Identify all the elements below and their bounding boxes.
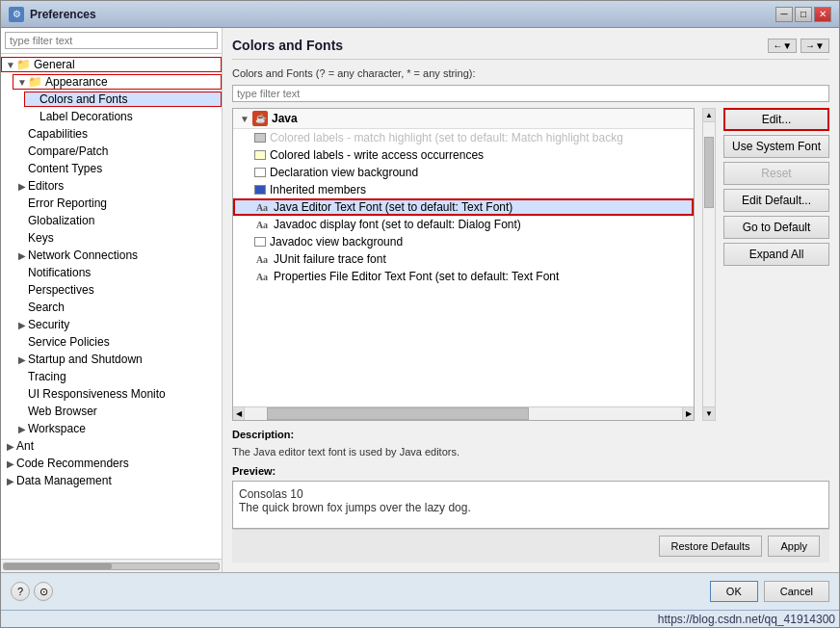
font-item-6[interactable]: Javadoc view background — [233, 233, 694, 250]
sidebar-item-editors[interactable]: ▶ Editors — [13, 177, 222, 195]
hscroll-bar[interactable]: ◀ ▶ — [233, 406, 694, 420]
help2-button[interactable]: ⊙ — [34, 582, 53, 601]
sidebar-label-data-management: Data Management — [16, 474, 112, 487]
content-title: Colors and Fonts — [232, 38, 768, 53]
sidebar-item-ui-responsiveness[interactable]: ▶ UI Responsiveness Monito — [13, 385, 222, 403]
sidebar-label-workspace: Workspace — [28, 422, 86, 435]
restore-defaults-button[interactable]: Restore Defaults — [659, 536, 763, 557]
edit-button[interactable]: Edit... — [723, 108, 829, 131]
java-icon: ☕ — [252, 111, 268, 126]
cancel-button[interactable]: Cancel — [764, 581, 829, 602]
font-item-8[interactable]: Aa Properties File Editor Text Font (set… — [233, 268, 694, 285]
expand-icon-appearance: ▼ — [16, 76, 28, 88]
sidebar-item-globalization[interactable]: ▶ Globalization — [13, 212, 222, 229]
sidebar-item-content-types[interactable]: ▶ Content Types — [13, 160, 222, 177]
sidebar-label-content-types: Content Types — [28, 162, 102, 175]
sidebar-item-ant[interactable]: ▶ Ant — [1, 437, 222, 455]
sidebar-filter-box — [1, 28, 222, 54]
font-item-5[interactable]: Aa Javadoc display font (set to default:… — [233, 216, 694, 233]
font-item-label-6: Javadoc view background — [270, 235, 403, 249]
font-item-1[interactable]: Colored labels - write access occurrence… — [233, 146, 694, 164]
description-section: Description: The Java editor text font i… — [232, 429, 829, 459]
sidebar-label-ui-responsiveness: UI Responsiveness Monito — [28, 387, 166, 401]
section-description: Colors and Fonts (? = any character, * =… — [232, 67, 829, 79]
sidebar-item-startup-shutdown[interactable]: ▶ Startup and Shutdown — [13, 351, 222, 368]
sidebar-item-label-decorations[interactable]: ▶ Label Decorations — [24, 108, 222, 125]
apply-button[interactable]: Apply — [768, 536, 820, 557]
panels-row: ▼ ☕ Java Colored labels - match highligh… — [232, 108, 829, 421]
sidebar-hscroll — [1, 559, 222, 572]
sidebar-item-error-reporting[interactable]: ▶ Error Reporting — [13, 195, 222, 212]
sidebar-item-search[interactable]: ▶ Search — [13, 299, 222, 316]
ok-button[interactable]: OK — [710, 581, 758, 602]
sidebar-label-tracing: Tracing — [28, 370, 66, 383]
sidebar-item-service-policies[interactable]: ▶ Service Policies — [13, 333, 222, 351]
expand-icon-editors: ▶ — [16, 180, 28, 192]
font-item-label-0: Colored labels - match highlight (set to… — [270, 131, 623, 144]
dialog-help-buttons: ? ⊙ — [11, 582, 53, 601]
font-item-2[interactable]: Declaration view background — [233, 164, 694, 181]
use-system-font-button[interactable]: Use System Font — [723, 135, 829, 158]
font-item-label-5: Javadoc display font (set to default: Di… — [274, 218, 521, 231]
sidebar-tree: ▼ 📁 General ▼ 📁 Appearance ▶ — [1, 54, 222, 559]
sidebar-label-editors: Editors — [28, 179, 64, 193]
expand-icon-data-mgmt: ▶ — [5, 475, 16, 486]
sidebar-label-general: General — [34, 58, 75, 71]
forward-button[interactable]: →▼ — [801, 39, 829, 53]
sidebar-item-network-connections[interactable]: ▶ Network Connections — [13, 247, 222, 264]
color-icon-6 — [254, 237, 266, 247]
font-item-3[interactable]: Inherited members — [233, 181, 694, 198]
sidebar-item-perspectives[interactable]: ▶ Perspectives — [13, 281, 222, 299]
expand-icon-general: ▼ — [5, 59, 16, 70]
reset-button[interactable]: Reset — [723, 162, 829, 185]
sidebar-item-code-recommenders[interactable]: ▶ Code Recommenders — [1, 455, 222, 472]
expand-icon-ant: ▶ — [5, 440, 16, 452]
sidebar-label-perspectives: Perspectives — [28, 283, 94, 297]
sidebar-label-security: Security — [28, 318, 69, 331]
back-button[interactable]: ←▼ — [768, 39, 797, 53]
edit-default-button[interactable]: Edit Default... — [723, 189, 829, 212]
font-item-java-editor-text-font[interactable]: Aa Java Editor Text Font (set to default… — [233, 198, 694, 216]
sidebar-item-capabilities[interactable]: ▶ Capabilities — [13, 125, 222, 143]
sidebar-label-web-browser: Web Browser — [28, 405, 97, 418]
expand-all-button[interactable]: Expand All — [723, 243, 829, 266]
font-item-0[interactable]: Colored labels - match highlight (set to… — [233, 129, 694, 146]
sidebar-item-colors-fonts[interactable]: ▶ Colors and Fonts — [24, 91, 222, 108]
sidebar-item-general[interactable]: ▼ 📁 General — [1, 56, 222, 73]
expand-icon-startup: ▶ — [16, 353, 28, 365]
sidebar-label-network-connections: Network Connections — [28, 249, 138, 262]
sidebar-item-appearance[interactable]: ▼ 📁 Appearance — [13, 73, 222, 91]
font-item-7[interactable]: Aa JUnit failure trace font — [233, 250, 694, 268]
sidebar-item-compare-patch[interactable]: ▶ Compare/Patch — [13, 143, 222, 160]
sidebar-filter-input[interactable] — [5, 32, 218, 49]
expand-icon-java: ▼ — [239, 113, 250, 124]
aa-icon-4: Aa — [254, 200, 270, 214]
aa-icon-7: Aa — [254, 252, 270, 266]
preferences-window: ⚙ Preferences ─ □ ✕ ▼ 📁 General — [0, 0, 840, 628]
maximize-button[interactable]: □ — [795, 7, 812, 22]
sidebar-label-code-recommenders: Code Recommenders — [16, 457, 129, 470]
vscroll-bar[interactable]: ▲ ▼ — [702, 108, 716, 421]
sidebar-item-keys[interactable]: ▶ Keys — [13, 229, 222, 247]
sidebar-item-tracing[interactable]: ▶ Tracing — [13, 368, 222, 385]
go-to-default-button[interactable]: Go to Default — [723, 216, 829, 239]
sidebar-label-ant: Ant — [16, 439, 34, 453]
title-bar: ⚙ Preferences ─ □ ✕ — [1, 1, 839, 28]
content-filter-row — [232, 85, 829, 102]
sidebar-item-data-management[interactable]: ▶ Data Management — [1, 472, 222, 489]
content-filter-input[interactable] — [232, 85, 829, 102]
close-button[interactable]: ✕ — [814, 7, 831, 22]
minimize-button[interactable]: ─ — [775, 7, 793, 22]
sidebar-item-workspace[interactable]: ▶ Workspace — [13, 420, 222, 437]
help-button[interactable]: ? — [11, 582, 30, 601]
preview-line-2: The quick brown fox jumps over the lazy … — [239, 501, 823, 514]
sidebar-item-security[interactable]: ▶ Security — [13, 316, 222, 333]
sidebar-item-notifications[interactable]: ▶ Notifications — [13, 264, 222, 281]
color-icon-1 — [254, 150, 266, 160]
java-group-header[interactable]: ▼ ☕ Java — [233, 109, 694, 129]
color-icon-2 — [254, 168, 266, 177]
sidebar-item-web-browser[interactable]: ▶ Web Browser — [13, 403, 222, 420]
font-item-label-1: Colored labels - write access occurrence… — [270, 148, 484, 162]
aa-icon-5: Aa — [254, 218, 270, 231]
app-icon: ⚙ — [9, 7, 24, 22]
